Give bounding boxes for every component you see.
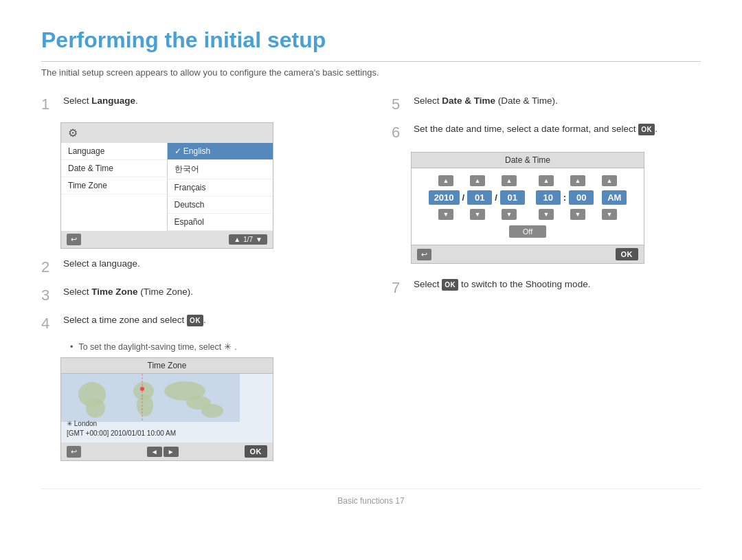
svg-point-4 <box>137 394 153 416</box>
month-up-btn[interactable]: ▲ <box>470 175 485 186</box>
pagination-label: 1/7 <box>243 236 253 243</box>
step-4-number: 4 <box>41 312 58 335</box>
sun-icon: ✳ <box>224 341 232 352</box>
step-7-text: Select OK to switch to the Shooting mode… <box>414 278 590 291</box>
step-3-text: Select Time Zone (Time Zone). <box>63 285 193 299</box>
map-area: ✳ London [GMT +00:00] 2010/01/01 10:00 A… <box>61 374 273 443</box>
step-1-text: Select Language. <box>63 94 138 108</box>
step-5: 5 Select Date & Time (Date & Time). <box>392 94 701 115</box>
step-3: 3 Select Time Zone (Time Zone). <box>41 285 350 306</box>
menu-item-language: Language <box>61 143 167 160</box>
time-info: [GMT +00:00] 2010/01/01 10:00 AM <box>67 429 176 437</box>
menu-item-datetime: Date & Time <box>61 160 167 177</box>
sep1: / <box>462 192 465 203</box>
menu-body: Language Date & Time Time Zone English 한… <box>61 143 273 231</box>
menu-right: English 한국어 Français Deutsch Español <box>168 143 273 231</box>
day-down-btn[interactable]: ▼ <box>502 209 517 220</box>
content-area: 1 Select Language. ⚙ Language Date & Tim… <box>41 94 701 461</box>
menu-header: ⚙ <box>61 123 273 143</box>
month-down-btn[interactable]: ▼ <box>470 209 485 220</box>
step-3-number: 3 <box>41 284 58 306</box>
dt-off-row: Off <box>418 225 637 238</box>
svg-point-7 <box>201 404 223 418</box>
tz-right-btn[interactable]: ► <box>164 447 179 457</box>
ok-badge-6: OK <box>638 124 655 135</box>
day-value: 01 <box>500 190 525 205</box>
menu-item-french: Français <box>168 179 273 197</box>
step-2: 2 Select a language. <box>41 257 350 278</box>
tz-back-button[interactable]: ↩ <box>67 446 81 458</box>
step-4: 4 Select a time zone and select OK. <box>41 313 350 335</box>
menu-item-korean: 한국어 <box>168 160 273 179</box>
datetime-screenshot: Date & Time ▲ ▲ ▲ ▲ ▲ ▲ <box>411 152 644 264</box>
menu-item-timezone: Time Zone <box>61 177 167 194</box>
menu-footer: ↩ ▲ 1/7 ▼ <box>61 231 273 248</box>
sep2: / <box>495 192 497 203</box>
ampm-value: AM <box>602 190 627 205</box>
timezone-screenshot: Time Zone <box>60 357 273 461</box>
year-value: 2010 <box>429 190 460 205</box>
colon: : <box>563 192 566 203</box>
map-info: ✳ London [GMT +00:00] 2010/01/01 10:00 A… <box>67 419 176 438</box>
tz-ok-button[interactable]: OK <box>245 445 268 458</box>
minute-value: 00 <box>569 190 594 205</box>
ampm-up-btn[interactable]: ▲ <box>602 175 617 186</box>
dt-off-btn[interactable]: Off <box>509 225 546 238</box>
dt-down-row: ▼ ▼ ▼ ▼ ▼ ▼ <box>418 209 637 220</box>
tz-left-btn[interactable]: ◄ <box>147 447 162 457</box>
timezone-footer: ↩ ◄ ► OK <box>61 443 273 460</box>
month-value: 01 <box>467 190 492 205</box>
menu-left: Language Date & Time Time Zone <box>61 143 168 231</box>
menu-item-english: English <box>168 143 273 160</box>
page-title: Performing the initial setup <box>41 27 701 62</box>
step-2-number: 2 <box>41 256 58 278</box>
step-4-bullet: To set the daylight-saving time, select … <box>70 341 350 352</box>
step-5-text: Select Date & Time (Date & Time). <box>414 94 558 108</box>
step-4-text: Select a time zone and select OK. <box>63 313 206 327</box>
up-arrow: ▲ <box>234 236 240 243</box>
minute-up-btn[interactable]: ▲ <box>570 175 585 186</box>
city-name: London <box>74 420 97 427</box>
datetime-header: Date & Time <box>412 153 644 168</box>
right-column: 5 Select Date & Time (Date & Time). 6 Se… <box>392 94 701 461</box>
step-6-text: Set the date and time, select a date for… <box>414 122 657 136</box>
language-menu-screenshot: ⚙ Language Date & Time Time Zone English… <box>60 122 273 249</box>
bullet-text: To set the daylight-saving time, select <box>78 342 221 352</box>
page-subtitle: The initial setup screen appears to allo… <box>41 67 701 78</box>
hour-down-btn[interactable]: ▼ <box>539 209 554 220</box>
dt-up-row: ▲ ▲ ▲ ▲ ▲ ▲ <box>418 175 637 186</box>
menu-item-german: Deutsch <box>168 197 273 214</box>
dt-ok-button[interactable]: OK <box>616 248 639 260</box>
step-5-number: 5 <box>392 93 408 115</box>
gear-icon: ⚙ <box>68 126 78 139</box>
minute-down-btn[interactable]: ▼ <box>570 209 585 220</box>
sun-icon-small: ✳ <box>67 420 72 427</box>
year-down-btn[interactable]: ▼ <box>438 209 453 220</box>
day-up-btn[interactable]: ▲ <box>502 175 517 186</box>
dt-back-button[interactable]: ↩ <box>417 249 431 260</box>
timezone-header: Time Zone <box>61 358 273 374</box>
step-6-number: 6 <box>392 121 408 144</box>
datetime-footer: ↩ OK <box>412 245 644 263</box>
step-2-text: Select a language. <box>63 257 140 271</box>
step-1: 1 Select Language. <box>41 94 350 115</box>
ok-badge-4: OK <box>187 315 203 326</box>
left-column: 1 Select Language. ⚙ Language Date & Tim… <box>41 94 350 461</box>
pagination-nav: ▲ 1/7 ▼ <box>229 234 267 245</box>
menu-item-spanish: Español <box>168 214 273 231</box>
svg-point-2 <box>86 399 105 418</box>
ok-badge-7: OK <box>442 279 458 291</box>
step-7: 7 Select OK to switch to the Shooting mo… <box>392 278 701 299</box>
ampm-down-btn[interactable]: ▼ <box>602 209 617 220</box>
world-map-svg <box>61 374 240 422</box>
step-6: 6 Set the date and time, select a date f… <box>392 122 701 144</box>
page-footer: Basic functions 17 <box>41 489 701 506</box>
tz-arrow-btns: ◄ ► <box>147 447 179 457</box>
dt-values-row: 2010 / 01 / 01 10 : 00 AM <box>418 190 637 205</box>
back-button[interactable]: ↩ <box>67 234 81 245</box>
down-arrow: ▼ <box>256 236 262 243</box>
hour-up-btn[interactable]: ▲ <box>539 175 554 186</box>
year-up-btn[interactable]: ▲ <box>438 175 453 186</box>
step-7-number: 7 <box>392 276 408 299</box>
datetime-body: ▲ ▲ ▲ ▲ ▲ ▲ 2010 / 01 / <box>412 168 644 245</box>
